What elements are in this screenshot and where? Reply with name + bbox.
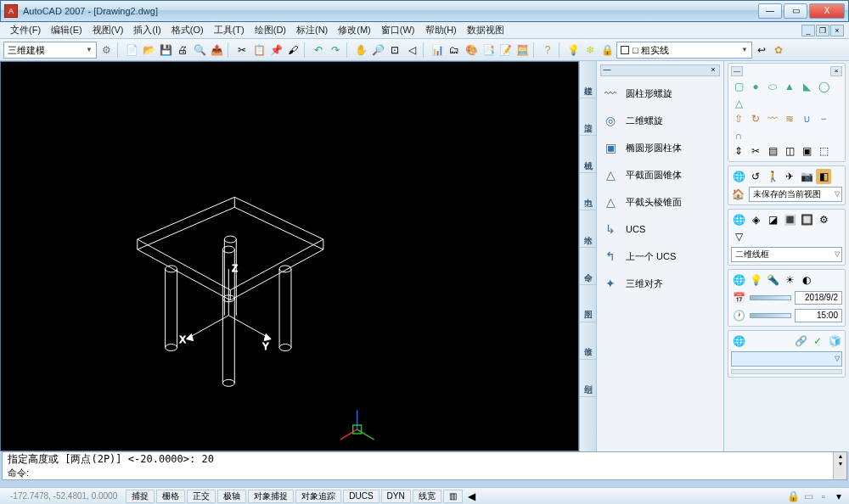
command-scrollbar[interactable]: ▴ ▾ xyxy=(833,452,846,479)
properties-icon[interactable]: 📊 xyxy=(430,42,445,58)
vs-open-icon[interactable]: ▽ xyxy=(731,229,746,244)
menu-window[interactable]: 窗口(W) xyxy=(376,22,420,38)
tray-icon[interactable]: ▭ xyxy=(801,490,815,503)
preview-icon[interactable]: 🔍 xyxy=(192,42,207,58)
mat-attach-icon[interactable]: 🔗 xyxy=(793,333,808,349)
snap-toggle[interactable]: 捕捉 xyxy=(126,490,155,503)
zoom-window-icon[interactable]: ⊡ xyxy=(387,42,402,58)
light1-icon[interactable]: 💡 xyxy=(748,272,763,288)
layer-lock-icon[interactable]: 🔒 xyxy=(599,42,615,58)
polar-toggle[interactable]: 极轴 xyxy=(217,490,246,503)
command-prompt[interactable]: 命令: xyxy=(3,466,833,479)
mdi-restore[interactable]: ❐ xyxy=(816,25,829,36)
light2-icon[interactable]: 🔦 xyxy=(765,272,780,288)
date-field[interactable]: 2018/9/2 xyxy=(795,291,843,305)
menu-dataview[interactable]: 数据视图 xyxy=(462,22,509,38)
menu-tools[interactable]: 工具(T) xyxy=(209,22,250,38)
vs-hidden-icon[interactable]: ◪ xyxy=(765,212,780,227)
torus-icon[interactable]: ◯ xyxy=(816,79,831,94)
cone3-icon[interactable]: ▲ xyxy=(782,79,797,94)
qcalc-icon[interactable]: 🧮 xyxy=(514,42,530,58)
dyn-toggle[interactable]: DYN xyxy=(381,490,411,503)
intersect-icon[interactable]: ∩ xyxy=(731,128,746,143)
visualstyle-combo[interactable]: 二维线框 xyxy=(731,247,842,262)
slice-icon[interactable]: ✂ xyxy=(748,143,763,159)
orbit-icon[interactable]: 🌐 xyxy=(731,169,746,184)
face-icon[interactable]: ▣ xyxy=(799,143,814,159)
palette-tab-electrical[interactable]: 电力 xyxy=(580,173,596,210)
menu-dimension[interactable]: 标注(N) xyxy=(291,22,333,38)
menu-insert[interactable]: 插入(I) xyxy=(128,22,166,38)
mat-remove-icon[interactable]: ✓ xyxy=(810,333,825,349)
tool-3dalign[interactable]: ✦三维对齐 xyxy=(600,270,720,297)
extrude-icon[interactable]: ⇧ xyxy=(731,111,746,126)
mat-globe-icon[interactable]: 🌐 xyxy=(731,333,746,349)
vs-3dwire-icon[interactable]: ◈ xyxy=(748,212,763,227)
mdi-close[interactable]: × xyxy=(830,25,844,36)
pan-icon[interactable]: ✋ xyxy=(353,42,368,58)
sheet-icon[interactable]: 📑 xyxy=(481,42,496,58)
fly-icon[interactable]: ✈ xyxy=(782,169,797,184)
new-icon[interactable]: 📄 xyxy=(124,42,139,58)
tool-helix-2d[interactable]: ◎二维螺旋 xyxy=(600,107,720,134)
command-window[interactable]: 指定高度或 [两点(2P)] <-20.0000>: 20 命令: ▴ ▾ xyxy=(2,451,847,480)
box-icon[interactable]: ▢ xyxy=(731,79,746,94)
tool-frustum-pyramid[interactable]: △平截头棱锥面 xyxy=(600,188,720,216)
markup-icon[interactable]: 📝 xyxy=(498,42,513,58)
panel-min-icon[interactable]: — xyxy=(731,66,743,76)
tool-ucs-prev[interactable]: ↰上一个 UCS xyxy=(600,243,720,270)
menu-draw[interactable]: 绘图(D) xyxy=(250,22,291,38)
loft-icon[interactable]: ≋ xyxy=(782,111,797,126)
paste-icon[interactable]: 📌 xyxy=(268,42,284,58)
menu-modify[interactable]: 修改(M) xyxy=(333,22,376,38)
status-left-icon[interactable]: ◀ xyxy=(464,489,480,504)
pyramid2-icon[interactable]: △ xyxy=(731,96,746,111)
mdi-minimize[interactable]: _ xyxy=(801,25,815,36)
menu-format[interactable]: 格式(O) xyxy=(166,22,209,38)
section-icon[interactable]: ▤ xyxy=(765,143,780,159)
tool-ucs[interactable]: ↳UCS xyxy=(600,216,720,243)
swivel-icon[interactable]: ↺ xyxy=(748,169,763,184)
material-slider[interactable] xyxy=(731,369,842,374)
workspace-selector[interactable]: 三维建模 xyxy=(3,42,97,59)
undo-icon[interactable]: ↶ xyxy=(311,42,326,58)
layer-combo[interactable]: □ 粗实线 xyxy=(616,42,752,59)
menu-file[interactable]: 文件(F) xyxy=(5,22,46,38)
light3-icon[interactable]: ☀ xyxy=(782,272,797,288)
subtract-icon[interactable]: − xyxy=(816,111,831,126)
cut-icon[interactable]: ✂ xyxy=(234,42,250,58)
match-icon[interactable]: 🖌 xyxy=(285,42,301,58)
light4-icon[interactable]: ◐ xyxy=(799,272,814,288)
palette-tab-group[interactable]: 组别 xyxy=(580,360,596,397)
gear-icon[interactable]: ⚙ xyxy=(98,42,114,58)
close-button[interactable]: X xyxy=(809,3,845,19)
layer-states-icon[interactable]: ✿ xyxy=(771,42,786,58)
union-icon[interactable]: ∪ xyxy=(799,111,814,126)
minimize-button[interactable]: — xyxy=(758,3,782,19)
camera-icon[interactable]: 📷 xyxy=(799,169,814,184)
copy-icon[interactable]: 📋 xyxy=(251,42,267,58)
osnap-toggle[interactable]: 对象捕捉 xyxy=(248,490,294,503)
palette-tab-command[interactable]: 命令 xyxy=(580,248,596,285)
panel-close-icon[interactable]: × xyxy=(830,66,842,76)
vs-2dwire-icon[interactable]: 🌐 xyxy=(731,212,746,227)
tool-frustum-cone[interactable]: △平截面圆锥体 xyxy=(600,161,720,188)
print-icon[interactable]: 🖨 xyxy=(175,42,190,58)
time-field[interactable]: 15:00 xyxy=(795,309,843,322)
palette-tab-modeling[interactable]: 建模 xyxy=(580,61,596,98)
clean-icon[interactable]: ▫ xyxy=(817,490,830,503)
help-icon[interactable]: ? xyxy=(540,42,555,58)
model-toggle[interactable]: ▥ xyxy=(443,490,463,503)
toolpalette-icon[interactable]: 🎨 xyxy=(464,42,479,58)
publish-icon[interactable]: 📤 xyxy=(209,42,224,58)
vs-manage-icon[interactable]: ⚙ xyxy=(816,212,831,227)
expand-icon[interactable]: ▾ xyxy=(832,490,846,503)
cylinder-icon[interactable]: ⬭ xyxy=(765,79,780,94)
tool-elliptic-cylinder[interactable]: ▣椭圆形圆柱体 xyxy=(600,134,720,161)
lwt-toggle[interactable]: 线宽 xyxy=(413,490,441,503)
sun-icon[interactable]: 🌐 xyxy=(731,272,746,288)
tool-helix-cylinder[interactable]: 〰圆柱形螺旋 xyxy=(600,80,720,107)
palette-tab-mechanical[interactable]: 机械 xyxy=(580,136,596,173)
zoom-icon[interactable]: 🔎 xyxy=(370,42,385,58)
walk-icon[interactable]: 🚶 xyxy=(765,169,780,184)
